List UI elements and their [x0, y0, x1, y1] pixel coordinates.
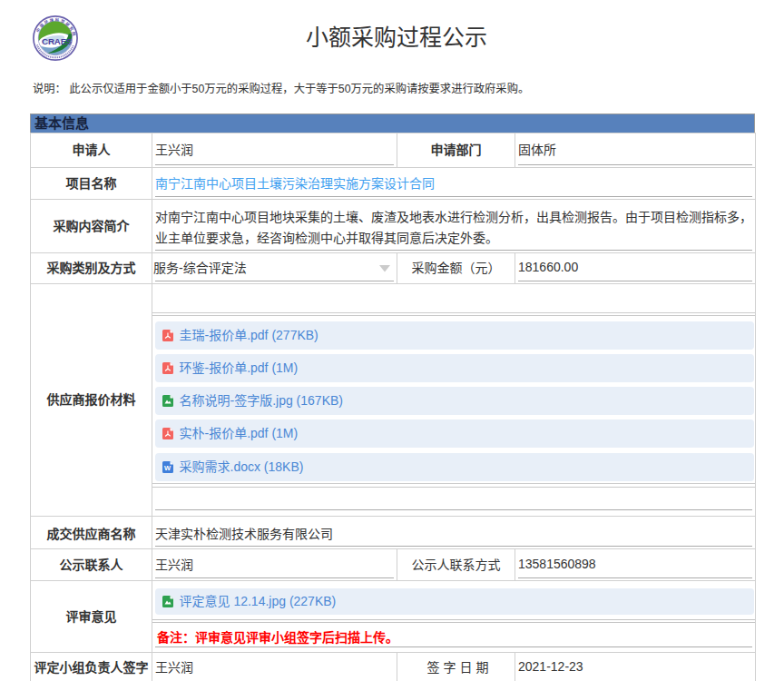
- svg-text:W: W: [164, 464, 172, 472]
